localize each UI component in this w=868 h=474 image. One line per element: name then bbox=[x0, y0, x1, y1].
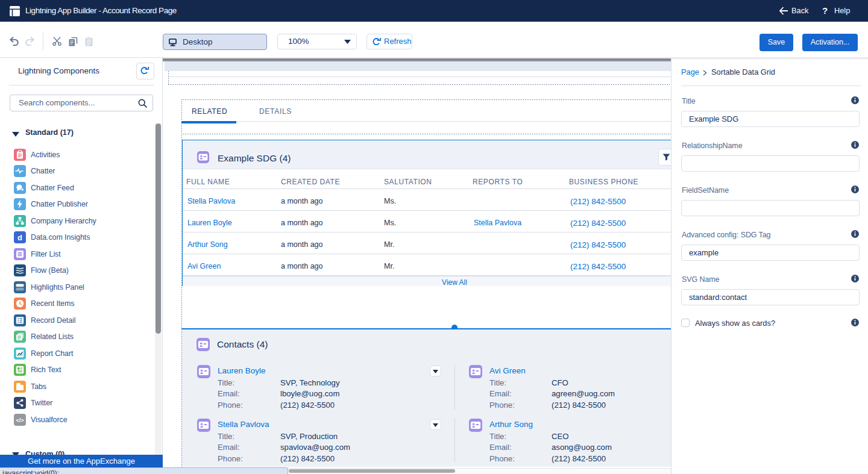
svg-text:d: d bbox=[17, 233, 22, 242]
svg-text:</>: </> bbox=[16, 417, 24, 423]
